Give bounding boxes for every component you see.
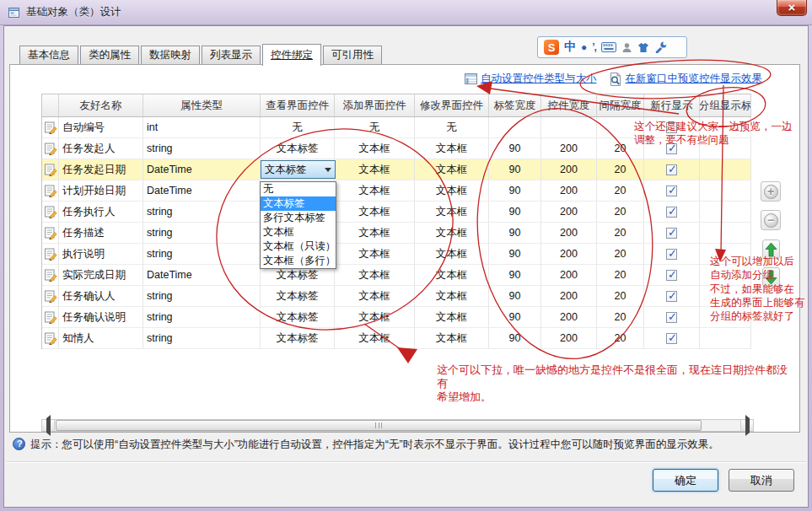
auto-set-link-item[interactable]: 自动设置控件类型与大小 <box>465 72 597 86</box>
fullwidth-icon[interactable]: ● <box>581 41 587 53</box>
column-header <box>42 94 59 116</box>
table-row[interactable]: 任务执行人string文本框文本框9020020 <box>42 202 751 223</box>
move-up-button[interactable] <box>762 239 780 259</box>
skin-icon[interactable] <box>637 42 649 53</box>
move-down-button[interactable] <box>762 267 780 287</box>
dropdown-option[interactable]: 文本框（只读） <box>261 239 336 254</box>
remove-row-button[interactable]: − <box>761 210 781 230</box>
table-row[interactable]: 任务描述string文本框文本框9020020 <box>42 223 751 244</box>
table-row[interactable]: 计划开始日期DateTime文本框文本框9020020 <box>42 180 751 202</box>
preview-link-item[interactable]: 在新窗口中预览控件显示效果 <box>609 72 763 86</box>
user-icon[interactable] <box>621 42 632 53</box>
plus-icon: + <box>764 185 778 199</box>
tip-row: 提示：您可以使用“自动设置控件类型与大小”功能进行自动设置，控件指定为“无”时表… <box>13 438 797 451</box>
newline-checkbox[interactable] <box>666 249 677 260</box>
cell-gap-width: 20 <box>597 307 644 328</box>
scroll-left-arrow[interactable] <box>42 420 55 431</box>
view-control-combobox[interactable]: 文本标签 <box>261 160 336 179</box>
view-control-dropdown-list[interactable]: 无文本标签多行文本标签文本框文本框（只读）文本框（多行） <box>260 181 336 269</box>
sogou-logo-icon[interactable]: S <box>544 40 559 55</box>
title-bar[interactable]: 基础对象（类）设计 <box>0 0 812 25</box>
newline-checkbox[interactable] <box>666 333 677 344</box>
column-header-label: 控件宽度 <box>548 99 590 113</box>
cell-text: 文本框 <box>358 142 390 156</box>
tab-5[interactable]: 可引用性 <box>323 46 382 64</box>
newline-checkbox[interactable] <box>666 186 677 196</box>
tab-4[interactable]: 控件绑定 <box>262 44 321 66</box>
cell-text: 文本框 <box>436 247 468 261</box>
chevron-down-icon[interactable] <box>321 161 335 178</box>
cell-type: DateTime <box>143 159 261 180</box>
newline-checkbox[interactable] <box>666 143 677 154</box>
auto-set-link[interactable]: 自动设置控件类型与大小 <box>481 72 597 86</box>
cell-text: 文本框 <box>358 247 390 261</box>
cell-text: 文本框 <box>358 310 390 325</box>
newline-checkbox[interactable] <box>666 164 677 175</box>
horizontal-scrollbar[interactable] <box>41 419 754 432</box>
chinese-mode-icon[interactable]: 中 <box>564 40 576 55</box>
table-row[interactable]: 实际完成日期DateTime文本标签文本框文本框9020020 <box>42 265 751 286</box>
column-header-label: 属性类型 <box>180 99 223 113</box>
cell-group-display <box>700 202 751 223</box>
cell-text: 无 <box>292 121 303 135</box>
ok-button[interactable]: 确定 <box>653 469 718 492</box>
newline-checkbox[interactable] <box>666 228 677 239</box>
edit-row-icon <box>44 269 57 282</box>
scroll-right-arrow[interactable] <box>740 420 753 431</box>
newline-checkbox[interactable] <box>666 207 677 218</box>
dropdown-option[interactable]: 文本框 <box>261 225 336 239</box>
newline-checkbox[interactable] <box>666 291 677 302</box>
cell-control-width: 200 <box>541 286 597 307</box>
scrollbar-thumb[interactable] <box>56 420 702 431</box>
cell-add: 文本框 <box>335 138 415 159</box>
cell-text: 200 <box>560 143 578 154</box>
toolbar-links: 自动设置控件类型与大小 在新窗口中预览控件显示效果 <box>465 72 762 86</box>
cell-text: 任务描述 <box>62 226 105 240</box>
dropdown-option[interactable]: 文本框（多行） <box>261 254 336 268</box>
auto-set-icon <box>465 73 477 84</box>
tab-0[interactable]: 基本信息 <box>19 46 78 64</box>
table-row[interactable]: 自动编号int无无无 <box>42 117 751 138</box>
row-icon-cell <box>42 307 59 328</box>
tab-2[interactable]: 数据映射 <box>141 46 200 64</box>
help-icon <box>13 438 25 450</box>
table-row[interactable]: 任务确认人string文本标签文本框文本框9020020 <box>42 286 751 307</box>
newline-checkbox[interactable] <box>666 270 677 281</box>
add-row-button[interactable]: + <box>761 181 781 202</box>
edit-row-icon <box>44 164 57 176</box>
preview-link[interactable]: 在新窗口中预览控件显示效果 <box>626 72 763 86</box>
cell-type: string <box>143 244 261 265</box>
cancel-button[interactable]: 取消 <box>729 469 794 492</box>
cell-gap-width: 20 <box>597 265 644 286</box>
table-row[interactable]: 知情人string文本标签文本框文本框9020020 <box>42 328 751 349</box>
cell-text: 20 <box>615 143 626 154</box>
close-button[interactable] <box>777 0 807 16</box>
cell-edit: 文本框 <box>415 244 489 265</box>
keyboard-icon[interactable] <box>601 42 616 52</box>
newline-checkbox[interactable] <box>666 312 677 323</box>
cell-name: 任务发起人 <box>59 138 143 159</box>
cell-edit: 文本框 <box>415 138 489 159</box>
newline-checkbox[interactable] <box>666 122 677 133</box>
ime-toolbar[interactable]: S 中 ● ’, <box>537 36 687 58</box>
wrench-icon[interactable] <box>654 41 667 53</box>
dropdown-option[interactable]: 文本标签 <box>261 196 336 211</box>
dropdown-option[interactable]: 多行文本标签 <box>261 211 336 225</box>
tab-1[interactable]: 类的属性 <box>80 46 139 64</box>
tab-3[interactable]: 列表显示 <box>202 46 261 64</box>
tab-strip: 基本信息类的属性数据映射列表显示控件绑定可引用性 <box>19 42 384 64</box>
cell-text: 90 <box>509 206 521 218</box>
dropdown-option[interactable]: 无 <box>261 182 336 196</box>
table-row[interactable]: 执行说明string文本框文本框9020020 <box>42 244 751 265</box>
cell-text: 知情人 <box>62 331 94 346</box>
cell-text: 任务确认说明 <box>62 310 126 325</box>
table-row[interactable]: 任务发起人string文本标签文本框文本框9020020 <box>42 138 751 159</box>
cell-edit: 文本框 <box>415 328 489 349</box>
table-row[interactable]: 任务发起日期DateTime文本框文本框9020020 <box>42 159 751 180</box>
cell-add: 文本框 <box>335 202 415 223</box>
cell-add: 文本框 <box>335 180 415 202</box>
punctuation-icon[interactable]: ’, <box>592 41 596 53</box>
table-row[interactable]: 任务确认说明string文本标签文本框文本框9020020 <box>42 307 751 328</box>
cell-label-width: 90 <box>489 202 541 223</box>
cell-edit: 文本框 <box>415 307 489 328</box>
